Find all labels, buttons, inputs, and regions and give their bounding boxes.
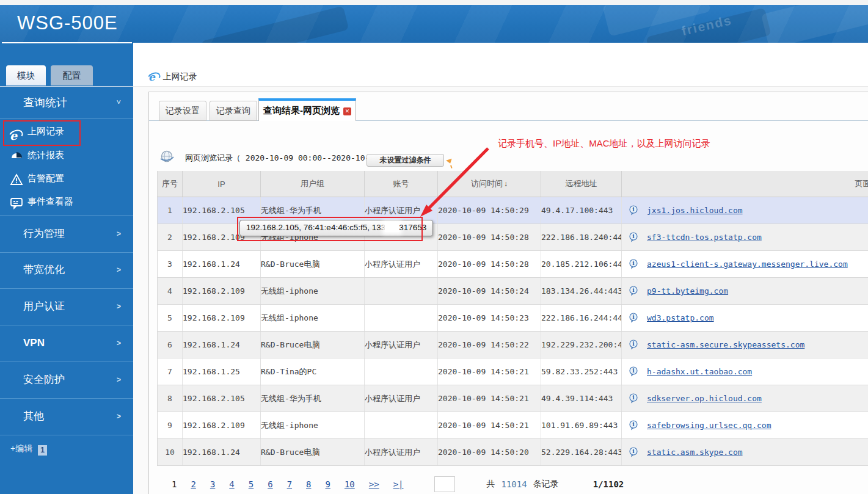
svg-text:i: i [632, 287, 635, 293]
records-table: 序号 IP 用户组 账号 访问时间↓ 远程地址 页面 1 192.168.2.1… [157, 171, 868, 466]
sidebar-item-event-viewer[interactable]: 事件查看器 [0, 190, 133, 213]
group-label: VPN [23, 337, 45, 349]
cell-no: 9 [158, 412, 183, 439]
page-link-2[interactable]: 2 [191, 479, 195, 489]
cell-no: 3 [158, 251, 183, 278]
cell-group: 无线组-iphone [261, 305, 365, 332]
cell-account [365, 412, 438, 439]
globe-icon [159, 149, 174, 166]
table-row[interactable]: 9 192.168.2.109 无线组-iphone 2020-10-09 14… [158, 412, 868, 439]
sidebar-edit-button[interactable]: +编辑1 [10, 443, 47, 456]
page-url-link[interactable]: jxs1.jos.hicloud.com [647, 206, 743, 215]
col-header-ip[interactable]: IP [183, 171, 261, 197]
table-row[interactable]: 5 192.168.2.109 无线组-iphone 2020-10-09 14… [158, 305, 868, 332]
cell-remote: 49.4.39.114:443 [541, 385, 622, 412]
page-url-link[interactable]: static.asm.skype.com [647, 448, 743, 457]
sidebar-tab-modules[interactable]: 模块 [6, 65, 46, 85]
col-header-remote[interactable]: 远程地址 [541, 171, 622, 197]
info-icon[interactable]: i [629, 340, 638, 350]
page-indicator: 1/1102 [593, 479, 624, 489]
report-chart-icon [10, 148, 23, 162]
close-icon[interactable]: ✕ [343, 107, 351, 115]
content-divider [133, 86, 868, 87]
cell-group: 无线组-iphone [261, 278, 365, 305]
chevron-down-icon: ˅ [116, 87, 121, 118]
info-icon[interactable]: i [629, 313, 638, 323]
ie-browser-icon: e [148, 71, 155, 82]
breadcrumb-label: 上网记录 [163, 71, 197, 82]
sidebar-group-bandwidth[interactable]: 带宽优化 > [0, 252, 133, 289]
sidebar-group-behavior[interactable]: 行为管理 > [0, 215, 133, 253]
page-link-5[interactable]: 5 [249, 479, 253, 489]
cell-time: 2020-10-09 14:50:21 [438, 385, 541, 412]
page-url-link[interactable]: sdkserver.op.hicloud.com [647, 394, 762, 403]
page-url-link[interactable]: p9-tt.byteimg.com [647, 286, 728, 296]
col-header-group[interactable]: 用户组 [261, 171, 365, 197]
page-url-link[interactable]: sf3-ttcdn-tos.pstatp.com [647, 233, 762, 242]
info-icon[interactable]: i [629, 447, 638, 457]
table-row[interactable]: 4 192.168.2.109 无线组-iphone 2020-10-09 14… [158, 278, 868, 305]
group-label: 安全防护 [23, 374, 65, 385]
page-link-9[interactable]: 9 [326, 479, 330, 489]
page-url-link[interactable]: h-adashx.ut.taobao.com [647, 367, 752, 376]
page-url-link[interactable]: static-asm.secure.skypeassets.com [647, 340, 804, 349]
col-header-time[interactable]: 访问时间↓ [438, 171, 541, 197]
table-row[interactable]: 3 192.168.1.24 R&D-Bruce电脑 小程序认证用户 2020-… [158, 251, 868, 278]
cell-remote: 192.229.232.200:443 [541, 332, 622, 358]
cell-account: 小程序认证用户 [365, 385, 438, 412]
cell-no: 1 [158, 197, 183, 224]
page-link-4[interactable]: 4 [229, 479, 234, 489]
goto-page-input[interactable] [434, 476, 455, 492]
cell-time: 2020-10-09 14:50:28 [438, 224, 541, 251]
cell-ip: 192.168.2.109 [183, 278, 261, 305]
page-url-link[interactable]: wd3.pstatp.com [647, 313, 714, 322]
table-row[interactable]: 7 192.168.1.25 R&D-Tina的PC 2020-10-09 14… [158, 358, 868, 385]
info-icon[interactable]: i [629, 393, 638, 404]
cell-group: R&D-Bruce电脑 [261, 251, 365, 278]
table-row[interactable]: 6 192.168.1.24 R&D-Bruce电脑 小程序认证用户 2020-… [158, 332, 868, 358]
sidebar-group-other[interactable]: 其他 > [0, 398, 133, 435]
tab-record-query[interactable]: 记录查询 [210, 101, 257, 121]
page-url-link[interactable]: safebrowsing.urlsec.qq.com [647, 421, 771, 430]
filter-condition-button[interactable]: 未设置过滤条件 [367, 154, 444, 167]
page-link-10[interactable]: 10 [345, 479, 355, 489]
info-icon[interactable]: i [629, 205, 638, 216]
col-header-no[interactable]: 序号 [158, 171, 183, 197]
page-link-3[interactable]: 3 [210, 479, 215, 489]
sidebar-group-user-auth[interactable]: 用户认证 > [0, 288, 133, 325]
sidebar-group-security[interactable]: 安全防护 > [0, 361, 133, 399]
col-header-account[interactable]: 账号 [365, 171, 438, 197]
cell-ip: 192.168.2.109 [183, 305, 261, 332]
info-icon[interactable]: i [629, 286, 638, 296]
edit-count-badge: 1 [38, 445, 47, 456]
sidebar-group-vpn[interactable]: VPN > [0, 325, 133, 362]
sidebar-tab-config[interactable]: 配置 [51, 65, 93, 85]
group-label: 带宽优化 [23, 264, 65, 275]
info-icon[interactable]: i [629, 366, 638, 377]
svg-text:i: i [632, 206, 635, 212]
sidebar-item-report[interactable]: 统计报表 [0, 143, 133, 167]
sidebar-item-alarm-config[interactable]: 告警配置 [0, 167, 133, 190]
page-link-7[interactable]: 7 [287, 479, 292, 489]
sidebar-section-query-stats[interactable]: 查询统计 ˅ [0, 87, 133, 119]
cell-account: 小程序认证用户 [365, 251, 438, 278]
chevron-right-icon: > [117, 325, 121, 361]
annotation-text: 记录手机号、IP地址、MAC地址，以及上网访问记录 [498, 138, 710, 150]
tab-record-settings[interactable]: 记录设置 [159, 101, 206, 121]
page-current: 1 [172, 479, 177, 489]
page-link-6[interactable]: 6 [268, 479, 272, 489]
col-header-page[interactable]: 页面 [622, 171, 868, 197]
info-icon[interactable]: i [629, 232, 638, 242]
tab-query-result-web[interactable]: 查询结果-网页浏览✕ [258, 98, 356, 121]
info-icon[interactable]: i [629, 420, 638, 430]
table-row[interactable]: 8 192.168.2.105 无线组-华为手机 小程序认证用户 2020-10… [158, 385, 868, 412]
info-icon[interactable]: i [629, 259, 638, 269]
last-page-link[interactable]: >| [393, 479, 404, 489]
page-url-link[interactable]: azeus1-client-s.gateway.messenger.live.c… [647, 260, 848, 269]
cell-time: 2020-10-09 14:50:23 [438, 305, 541, 332]
edit-label: +编辑 [10, 443, 32, 453]
cell-account: 小程序认证用户 [365, 332, 438, 358]
next-pages-link[interactable]: >> [369, 479, 379, 489]
table-row[interactable]: 10 192.168.1.24 R&D-Bruce电脑 小程序认证用户 2020… [158, 439, 868, 466]
page-link-8[interactable]: 8 [306, 479, 311, 489]
